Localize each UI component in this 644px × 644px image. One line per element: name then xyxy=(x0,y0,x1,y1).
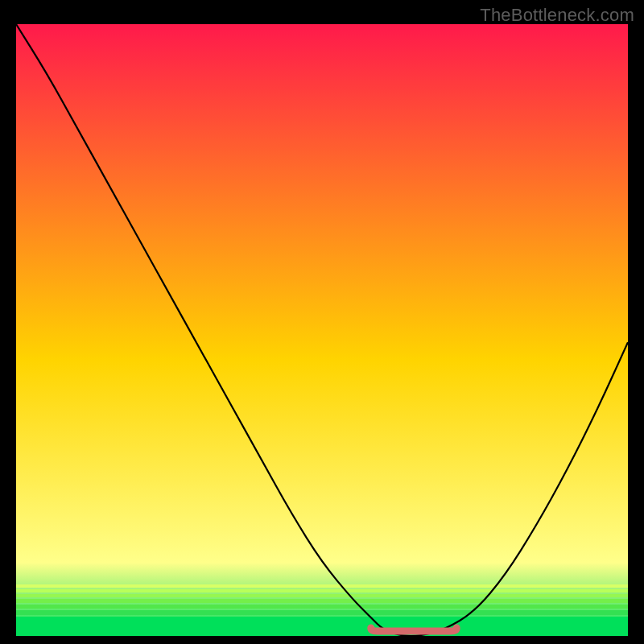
bottleneck-chart xyxy=(16,24,628,636)
svg-rect-5 xyxy=(16,610,628,615)
green-bands xyxy=(16,584,628,636)
optimal-region-marker xyxy=(371,628,456,631)
svg-rect-2 xyxy=(16,594,628,597)
watermark-text: TheBottleneck.com xyxy=(480,5,634,26)
svg-rect-3 xyxy=(16,599,628,603)
chart-frame xyxy=(16,24,628,636)
svg-rect-1 xyxy=(16,589,628,592)
chart-background xyxy=(16,24,628,636)
svg-rect-6 xyxy=(16,617,628,636)
svg-rect-4 xyxy=(16,605,628,609)
svg-rect-0 xyxy=(16,584,628,588)
